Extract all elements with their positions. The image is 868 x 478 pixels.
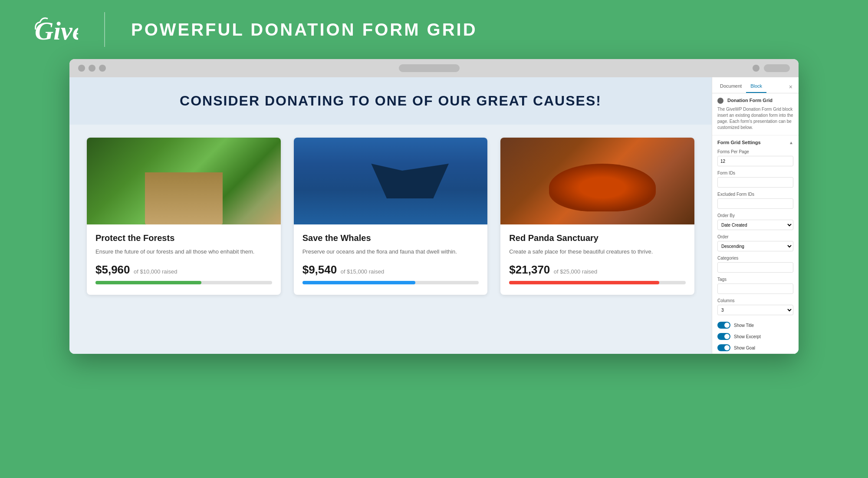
section-header-label: Form Grid Settings [717,140,761,145]
page-area: CONSIDER DONATING TO ONE OF OUR GREAT CA… [69,77,712,354]
card-title-whale: Save the Whales [302,233,479,243]
browser-dot-minimize [89,65,95,72]
card-title-forest: Protect the Forests [95,233,272,243]
browser-bar [69,59,799,77]
sidebar-block-info: Donation Form Grid The GiveWP Donation F… [712,93,799,135]
block-description: The GiveWP Donation Form Grid block inse… [717,106,793,131]
toggle-row-show-goal: Show Goal [712,342,799,353]
field-columns: Columns 3 1 2 4 [712,298,799,320]
card-raised-forest: of $10,000 raised [134,268,177,275]
card-body-whale: Save the Whales Preserve our oceans and … [294,224,488,295]
logo-area: Give [35,14,78,45]
card-amount-row-forest: $5,960 of $10,000 raised [95,263,272,277]
browser-url-bar[interactable] [399,64,460,72]
label-excluded-form-ids: Excluded Form IDs [717,192,793,197]
input-forms-per-page[interactable] [717,156,793,166]
toggle-show-goal[interactable] [717,344,730,351]
card-body-panda: Red Panda Sanctuary Create a safe place … [500,224,694,295]
label-form-ids: Form IDs [717,171,793,175]
toggle-show-excerpt[interactable] [717,333,730,340]
select-columns[interactable]: 3 1 2 4 [717,305,793,315]
chevron-up-icon: ▲ [789,140,793,145]
form-grid-settings-section: Form Grid Settings ▲ Forms Per Page Form… [712,135,799,354]
toggle-row-show-title: Show Title [712,320,799,331]
card-raised-panda: of $25,000 raised [554,268,597,275]
card-title-panda: Red Panda Sanctuary [509,233,686,243]
card-whale: Save the Whales Preserve our oceans and … [294,138,488,295]
tab-document[interactable]: Document [716,81,746,93]
header: Give POWERFUL DONATION FORM GRID [0,0,868,59]
browser-dot-close [78,65,85,72]
sidebar-tabs: Document Block × [712,77,799,93]
header-title: POWERFUL DONATION FORM GRID [131,20,477,40]
browser-dot-maximize [99,65,106,72]
select-order[interactable]: Descending Ascending [717,241,793,251]
input-form-ids[interactable] [717,177,793,188]
field-excluded-form-ids: Excluded Form IDs [712,192,799,213]
field-forms-per-page: Forms Per Page [712,149,799,171]
field-tags: Tags [712,277,799,298]
toggle-label-show-goal: Show Goal [734,346,755,350]
field-order: Order Descending Ascending [712,234,799,256]
card-image-whale [294,138,488,224]
browser-btn-1 [753,65,760,72]
label-forms-per-page: Forms Per Page [717,149,793,154]
label-order-by: Order By [717,213,793,218]
cards-area: Protect the Forests Ensure the future of… [69,125,712,308]
banner-title: CONSIDER DONATING TO ONE OF OUR GREAT CA… [78,93,703,109]
card-image-forest [87,138,281,224]
toggle-row-show-excerpt: Show Excerpt [712,331,799,342]
field-categories: Categories [712,256,799,277]
label-order: Order [717,234,793,239]
give-logo-icon: Give [35,14,78,45]
card-amount-whale: $9,540 [302,263,337,276]
card-amount-row-whale: $9,540 of $15,000 raised [302,263,479,277]
label-columns: Columns [717,298,793,303]
card-desc-forest: Ensure the future of our forests and all… [95,247,272,256]
progress-fill-forest [95,281,201,284]
close-button[interactable]: × [786,81,795,93]
label-tags: Tags [717,277,793,282]
card-desc-whale: Preserve our oceans and the flora and fa… [302,247,479,256]
progress-bg-panda [509,281,686,284]
card-forest: Protect the Forests Ensure the future of… [87,138,281,295]
browser-window: CONSIDER DONATING TO ONE OF OUR GREAT CA… [69,59,799,354]
card-image-panda [500,138,694,224]
select-order-by[interactable]: Date Created Title Amount Raised [717,220,793,230]
section-header-form-grid[interactable]: Form Grid Settings ▲ [712,135,799,149]
progress-bg-forest [95,281,272,284]
browser-controls-right [753,64,790,72]
input-excluded-form-ids[interactable] [717,198,793,209]
card-amount-row-panda: $21,370 of $25,000 raised [509,263,686,277]
toggle-label-show-title: Show Title [734,323,754,328]
input-tags[interactable] [717,284,793,294]
progress-bg-whale [302,281,479,284]
sidebar-panel: Document Block × Donation Form Grid The … [712,77,799,354]
browser-content: CONSIDER DONATING TO ONE OF OUR GREAT CA… [69,77,799,354]
header-divider [104,12,105,47]
browser-traffic-lights [78,65,106,72]
input-categories[interactable] [717,262,793,273]
card-amount-panda: $21,370 [509,263,550,276]
toggle-label-show-excerpt: Show Excerpt [734,334,761,339]
card-body-forest: Protect the Forests Ensure the future of… [87,224,281,295]
block-icon [717,98,723,104]
card-desc-panda: Create a safe place for these beautiful … [509,247,686,256]
browser-btn-2 [764,64,790,72]
card-raised-whale: of $15,000 raised [341,268,384,275]
toggle-show-title[interactable] [717,322,730,329]
progress-fill-whale [302,281,415,284]
block-name: Donation Form Grid [727,98,773,103]
page-banner: CONSIDER DONATING TO ONE OF OUR GREAT CA… [69,77,712,125]
card-amount-forest: $5,960 [95,263,130,276]
field-order-by: Order By Date Created Title Amount Raise… [712,213,799,234]
card-panda: Red Panda Sanctuary Create a safe place … [500,138,694,295]
progress-fill-panda [509,281,659,284]
field-form-ids: Form IDs [712,171,799,192]
tab-block[interactable]: Block [746,81,766,93]
label-categories: Categories [717,256,793,260]
